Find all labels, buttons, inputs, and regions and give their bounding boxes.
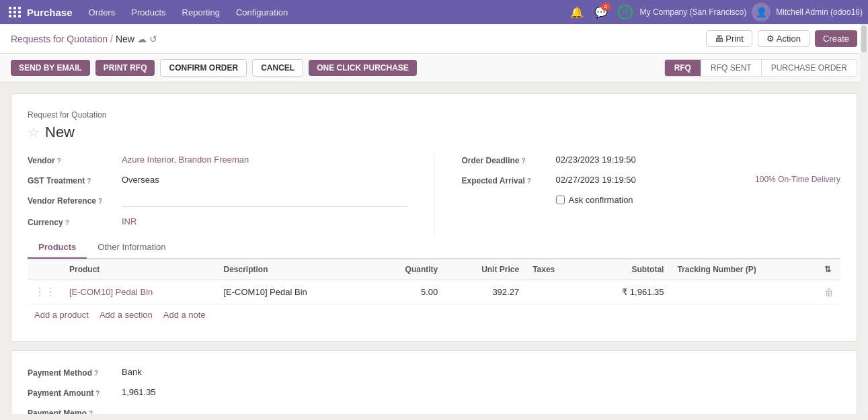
row-description[interactable]: [E-COM10] Pedal Bin (217, 280, 372, 304)
row-quantity[interactable]: 5.00 (371, 280, 444, 304)
col-subtotal: Subtotal (583, 259, 671, 280)
breadcrumb-link[interactable]: Requests for Quotation (11, 34, 108, 44)
row-drag-handle[interactable]: ⋮⋮ (28, 280, 63, 304)
updates-icon[interactable]: 78 (616, 3, 635, 22)
col-description: Description (217, 259, 372, 280)
action-bar: SEND BY EMAIL PRINT RFQ CONFIRM ORDER CA… (0, 54, 868, 83)
col-taxes: Taxes (526, 259, 583, 280)
vendor-hint-icon[interactable]: ? (57, 157, 61, 165)
tab-other-information[interactable]: Other Information (87, 237, 176, 259)
user-avatar[interactable]: 👤 (752, 3, 771, 22)
form-right-column: Order Deadline ? 02/23/2023 19:19:50 Exp… (434, 155, 841, 237)
form-card: Request for Quotation ☆ New Vendor ? Azu… (11, 93, 857, 342)
scrollbar-thumb (861, 26, 867, 52)
breadcrumb-actions: 🖶 Print ⚙ Action Create (706, 30, 857, 47)
messages-badge: 4 (601, 3, 610, 11)
payment-amount-value: 1,961.35 (122, 387, 840, 397)
nav-right-actions: 🔔 💬 4 78 My Company (San Francisco) 👤 Mi… (567, 3, 863, 22)
products-table: Product Description Quantity Unit Price … (28, 259, 840, 304)
tab-purchase-order[interactable]: PURCHASE ORDER (762, 60, 857, 76)
currency-field: Currency ? INR (28, 216, 407, 227)
send-email-button[interactable]: SEND BY EMAIL (11, 60, 90, 76)
nav-products[interactable]: Products (123, 5, 173, 20)
vendor-value[interactable]: Azure Interior, Brandon Freeman (122, 155, 407, 165)
ask-confirmation-checkbox[interactable] (556, 196, 565, 204)
col-quantity: Quantity (371, 259, 444, 280)
payment-method-value[interactable]: Bank (122, 367, 840, 377)
vendor-ref-hint-icon[interactable]: ? (98, 198, 102, 205)
col-product: Product (63, 259, 217, 280)
messages-icon[interactable]: 💬 4 (592, 3, 610, 22)
tab-rfq[interactable]: RFQ (665, 60, 701, 76)
gst-hint-icon[interactable]: ? (87, 177, 91, 185)
payment-amount-label: Payment Amount ? (28, 387, 122, 398)
expected-arrival-value[interactable]: 02/27/2023 19:19:50 (556, 175, 742, 185)
page-scrollbar[interactable] (860, 24, 868, 414)
cloud-save-icon[interactable]: ☁ (137, 34, 147, 44)
currency-hint-icon[interactable]: ? (65, 219, 69, 226)
col-drag (28, 259, 63, 280)
breadcrumb-bar: Requests for Quotation / New ☁ ↺ 🖶 Print… (0, 24, 868, 54)
payment-method-label: Payment Method ? (28, 367, 122, 378)
row-delete[interactable]: 🗑 (818, 280, 840, 304)
vendor-reference-value[interactable] (122, 195, 407, 207)
table-settings-icon[interactable]: ⇅ (824, 265, 831, 274)
star-icon[interactable]: ☆ (28, 124, 40, 140)
ask-confirmation-checkbox-group: Ask confirmation (556, 195, 633, 205)
company-name[interactable]: My Company (San Francisco) (640, 7, 747, 17)
add-section-link[interactable]: Add a section (100, 310, 153, 320)
payment-memo-field: Payment Memo ? (28, 407, 840, 414)
vendor-label: Vendor ? (28, 155, 122, 165)
row-subtotal: ₹ 1,961.35 (583, 280, 671, 304)
create-button[interactable]: Create (815, 30, 857, 47)
add-note-link[interactable]: Add a note (163, 310, 206, 320)
gst-label: GST Treatment ? (28, 175, 122, 185)
order-deadline-hint-icon[interactable]: ? (522, 157, 526, 165)
form-fields-grid: Vendor ? Azure Interior, Brandon Freeman… (28, 155, 840, 237)
status-tabs: RFQ RFQ SENT PURCHASE ORDER (664, 59, 857, 77)
nav-orders[interactable]: Orders (81, 5, 124, 20)
payment-method-hint-icon[interactable]: ? (94, 370, 98, 377)
confirm-order-button[interactable]: CONFIRM ORDER (160, 59, 247, 77)
ask-confirmation-label: Ask confirmation (569, 195, 633, 205)
print-button[interactable]: 🖶 Print (706, 30, 752, 47)
nav-brand[interactable]: Purchase (27, 7, 73, 18)
cancel-button[interactable]: CANCEL (252, 59, 303, 77)
payment-memo-hint-icon[interactable]: ? (89, 410, 93, 415)
one-click-purchase-button[interactable]: ONE CLICK PURCHASE (309, 60, 417, 76)
breadcrumb: Requests for Quotation / New ☁ ↺ (11, 34, 706, 44)
order-deadline-value[interactable]: 02/23/2023 19:19:50 (556, 155, 841, 165)
row-unit-price[interactable]: 392.27 (444, 280, 526, 304)
expected-arrival-hint-icon[interactable]: ? (527, 177, 531, 185)
breadcrumb-current: New (116, 34, 134, 44)
notification-bell-icon[interactable]: 🔔 (567, 3, 586, 22)
action-button[interactable]: ⚙ Action (758, 30, 810, 47)
tab-rfq-sent[interactable]: RFQ SENT (701, 60, 762, 76)
payment-section-card: Payment Method ? Bank Payment Amount ? 1… (11, 350, 857, 414)
col-actions: ⇅ (818, 259, 840, 280)
vendor-reference-label: Vendor Reference ? (28, 195, 122, 206)
row-tracking[interactable] (670, 280, 818, 304)
currency-value[interactable]: INR (122, 216, 407, 226)
row-taxes[interactable] (526, 280, 583, 304)
add-product-link[interactable]: Add a product (34, 310, 89, 320)
tab-products[interactable]: Products (28, 237, 87, 259)
payment-amount-field: Payment Amount ? 1,961.35 (28, 387, 840, 398)
main-content: Request for Quotation ☆ New Vendor ? Azu… (0, 83, 868, 414)
row-product[interactable]: [E-COM10] Pedal Bin (63, 280, 217, 304)
payment-method-field: Payment Method ? Bank (28, 367, 840, 378)
record-title: ☆ New (28, 124, 840, 141)
col-unit-price: Unit Price (444, 259, 526, 280)
refresh-icon[interactable]: ↺ (149, 34, 157, 44)
nav-reporting[interactable]: Reporting (174, 5, 228, 20)
apps-icon[interactable] (5, 3, 24, 22)
vendor-reference-field: Vendor Reference ? (28, 195, 407, 207)
gst-value[interactable]: Overseas (122, 175, 407, 185)
order-deadline-label: Order Deadline ? (462, 155, 556, 165)
user-name[interactable]: Mitchell Admin (odoo16) (776, 7, 863, 17)
on-time-delivery-link[interactable]: 100% On-Time Delivery (755, 175, 840, 184)
payment-amount-hint-icon[interactable]: ? (95, 390, 100, 397)
payment-memo-value[interactable] (122, 407, 840, 414)
nav-configuration[interactable]: Configuration (228, 5, 296, 20)
print-rfq-button[interactable]: PRINT RFQ (95, 60, 155, 76)
